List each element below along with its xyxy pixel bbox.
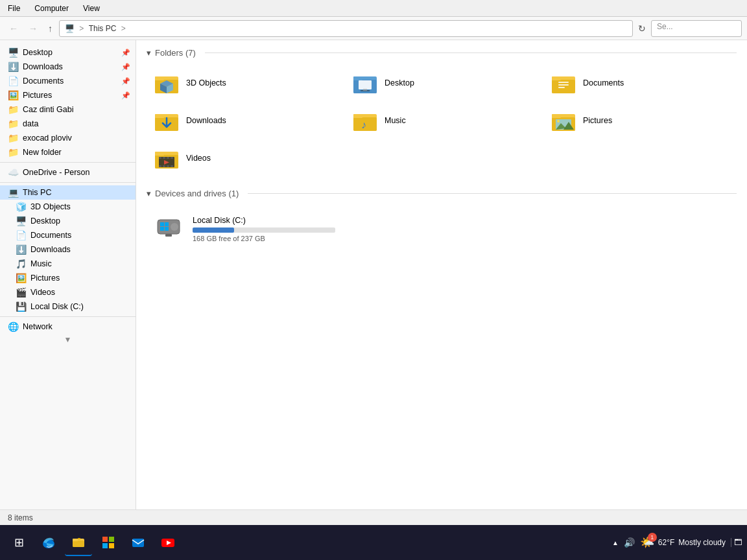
sidebar-item-network[interactable]: 🌐 Network bbox=[0, 320, 136, 334]
menu-file[interactable]: File bbox=[5, 3, 23, 14]
title-bar: File Computer View bbox=[0, 0, 747, 17]
forward-button[interactable]: → bbox=[25, 21, 42, 36]
folder-icon-videos bbox=[154, 146, 180, 170]
sidebar-item-new-folder[interactable]: 📁 New folder bbox=[0, 145, 136, 159]
svg-rect-41 bbox=[163, 165, 165, 167]
folders-section-header[interactable]: ▾ Folders (7) bbox=[147, 48, 737, 58]
sidebar-item-data[interactable]: 📁 data bbox=[0, 117, 136, 131]
folder-name-pictures: Pictures bbox=[583, 116, 612, 125]
sidebar-item-desktop-quick[interactable]: 🖥️ Desktop 📌 bbox=[0, 45, 136, 60]
sidebar-scroll-down[interactable]: ▼ bbox=[0, 334, 136, 345]
back-button[interactable]: ← bbox=[5, 21, 22, 36]
svg-rect-49 bbox=[160, 227, 164, 231]
device-local-disk-info: Local Disk (C:) 168 GB free of 237 GB bbox=[193, 216, 385, 242]
svg-rect-58 bbox=[78, 538, 80, 539]
sidebar-item-downloads[interactable]: ⬇️ Downloads bbox=[0, 242, 136, 257]
folder-item-desktop[interactable]: Desktop bbox=[345, 65, 538, 100]
local-disk-sidebar-icon: 💾 bbox=[16, 301, 27, 312]
devices-chevron: ▾ bbox=[147, 189, 151, 198]
taskbar-widgets-btn[interactable]: ⊞ bbox=[5, 529, 32, 556]
taskbar-youtube-btn[interactable] bbox=[154, 529, 182, 556]
svg-rect-50 bbox=[165, 227, 169, 231]
data-icon: 📁 bbox=[8, 119, 19, 129]
sidebar-item-music[interactable]: 🎵 Music bbox=[0, 257, 136, 271]
svg-rect-42 bbox=[167, 165, 169, 167]
documents-sidebar-icon: 📄 bbox=[16, 230, 27, 240]
taskbar-edge-btn[interactable] bbox=[35, 529, 62, 556]
search-bar[interactable]: Se... bbox=[651, 20, 742, 37]
menu-computer[interactable]: Computer bbox=[32, 3, 71, 14]
svg-rect-61 bbox=[102, 543, 108, 548]
refresh-button[interactable]: ↻ bbox=[635, 21, 648, 36]
sidebar-label-music: Music bbox=[30, 259, 52, 268]
documents-quick-icon: 📄 bbox=[8, 76, 19, 86]
svg-rect-34 bbox=[155, 152, 164, 156]
sidebar-label-onedrive: OneDrive - Person bbox=[23, 168, 90, 177]
address-bar[interactable]: 🖥️ > This PC > bbox=[59, 20, 633, 37]
folders-divider bbox=[205, 52, 737, 53]
onedrive-icon: ☁️ bbox=[8, 167, 19, 178]
new-folder-icon: 📁 bbox=[8, 147, 19, 158]
taskbar-show-desktop[interactable]: 🗔 bbox=[731, 538, 742, 547]
sidebar-item-documents-quick[interactable]: 📄 Documents 📌 bbox=[0, 74, 136, 88]
sidebar-item-local-disk[interactable]: 💾 Local Disk (C:) bbox=[0, 299, 136, 314]
taskbar-file-explorer-btn[interactable] bbox=[65, 529, 92, 556]
taskbar: ⊞ ▲ bbox=[0, 525, 747, 560]
sidebar-item-exocad[interactable]: 📁 exocad ploviv bbox=[0, 131, 136, 145]
downloads-quick-icon: ⬇️ bbox=[8, 62, 19, 72]
taskbar-arrow-icon[interactable]: ▲ bbox=[612, 539, 619, 546]
up-button[interactable]: ↑ bbox=[44, 21, 56, 36]
folder-item-videos[interactable]: Videos bbox=[147, 141, 340, 176]
device-bar-bg bbox=[193, 228, 335, 233]
sidebar-item-desktop[interactable]: 🖥️ Desktop bbox=[0, 214, 136, 228]
sidebar-label-data: data bbox=[23, 119, 38, 128]
folder-name-desktop: Desktop bbox=[385, 78, 414, 88]
folder-grid: 3D Objects Desktop bbox=[147, 65, 737, 176]
pin-icon-pics: 📌 bbox=[121, 91, 130, 100]
sidebar-item-this-pc[interactable]: 💻 This PC bbox=[0, 185, 136, 200]
folder-item-downloads[interactable]: Downloads bbox=[147, 103, 340, 138]
sidebar-label-exocad: exocad ploviv bbox=[23, 134, 72, 143]
folder-name-documents: Documents bbox=[583, 78, 624, 88]
taskbar-sound-icon[interactable]: 🔊 bbox=[624, 537, 635, 548]
devices-section-header[interactable]: ▾ Devices and drives (1) bbox=[147, 189, 737, 198]
menu-view[interactable]: View bbox=[80, 3, 102, 14]
device-disk-icon bbox=[155, 213, 182, 245]
folder-item-music[interactable]: ♪ Music bbox=[345, 103, 538, 138]
network-icon: 🌐 bbox=[8, 321, 19, 332]
sidebar-item-downloads-quick[interactable]: ⬇️ Downloads 📌 bbox=[0, 60, 136, 74]
taskbar-mail-btn[interactable] bbox=[124, 529, 152, 556]
svg-point-31 bbox=[557, 120, 560, 122]
sidebar-item-3d-objects[interactable]: 🧊 3D Objects bbox=[0, 200, 136, 214]
breadcrumb-icon: 🖥️ bbox=[65, 24, 75, 33]
svg-rect-63 bbox=[132, 539, 144, 547]
svg-rect-23 bbox=[353, 114, 362, 118]
sidebar-item-cazdintigabi[interactable]: 📁 Caz dinti Gabi bbox=[0, 102, 136, 117]
svg-point-52 bbox=[173, 226, 176, 228]
pictures-quick-icon: 🖼️ bbox=[8, 90, 19, 100]
folder-item-documents[interactable]: Documents bbox=[543, 65, 737, 100]
folder-item-pictures[interactable]: Pictures bbox=[543, 103, 737, 138]
sidebar-item-documents[interactable]: 📄 Documents bbox=[0, 228, 136, 242]
device-item-local-disk[interactable]: Local Disk (C:) 168 GB free of 237 GB bbox=[147, 206, 393, 252]
breadcrumb-thispc: This PC bbox=[89, 24, 117, 33]
taskbar-store-btn[interactable] bbox=[95, 529, 122, 556]
this-pc-icon: 💻 bbox=[8, 187, 19, 198]
folder-icon-documents bbox=[551, 71, 576, 95]
weather-icon: 🌤️ 1 bbox=[640, 535, 654, 550]
nav-bar: ← → ↑ 🖥️ > This PC > ↻ Se... bbox=[0, 17, 747, 40]
folder-name-music: Music bbox=[385, 116, 406, 125]
svg-rect-15 bbox=[558, 82, 569, 83]
sidebar-item-videos[interactable]: 🎬 Videos bbox=[0, 285, 136, 299]
svg-rect-60 bbox=[109, 537, 114, 542]
folder-item-3d-objects[interactable]: 3D Objects bbox=[147, 65, 340, 100]
downloads-sidebar-icon: ⬇️ bbox=[16, 244, 27, 255]
sidebar-label-videos: Videos bbox=[30, 288, 55, 297]
sidebar-item-onedrive[interactable]: ☁️ OneDrive - Person bbox=[0, 165, 136, 180]
sidebar-item-pictures-quick[interactable]: 🖼️ Pictures 📌 bbox=[0, 88, 136, 102]
sidebar-item-pictures[interactable]: 🖼️ Pictures bbox=[0, 271, 136, 285]
svg-rect-38 bbox=[167, 157, 169, 159]
svg-rect-8 bbox=[353, 76, 362, 80]
sidebar-sep-3 bbox=[0, 316, 136, 317]
taskbar-weather[interactable]: 🌤️ 1 62°F Mostly cloudy bbox=[640, 535, 726, 550]
